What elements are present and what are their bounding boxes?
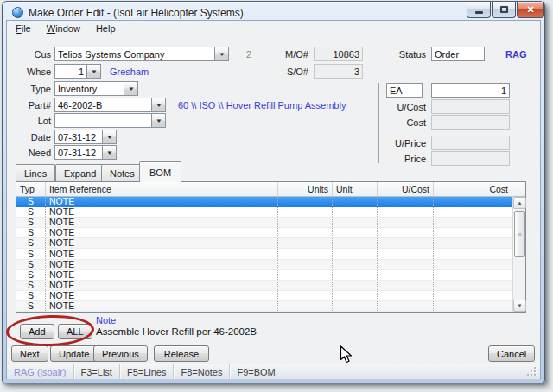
cost-field [431,115,510,130]
chevron-down-icon: ▼ [90,69,97,74]
scroll-down-button[interactable]: ▼ [513,300,526,312]
column-header-ucost[interactable]: U/Cost [377,182,433,196]
need-input[interactable] [54,145,103,160]
table-row[interactable]: S NOTE [16,207,512,218]
status-input[interactable] [431,47,485,61]
type-label: Type [8,84,51,94]
part-dropdown-button[interactable]: ▼ [151,98,166,112]
tab-notes[interactable]: Notes [101,164,143,182]
section-divider [378,83,379,163]
menu-help[interactable]: Help [88,22,124,38]
whse-input[interactable] [54,64,87,79]
cus-label: Cus [8,49,51,60]
note-title: Note [96,315,116,326]
whse-label: Whse [8,66,51,77]
statusbar-rag: RAG (isoair) [7,364,74,379]
column-header-cost[interactable]: Cost [433,182,525,196]
mouse-cursor [340,345,353,364]
so-label: S/O# [265,66,308,77]
window-title: Make Order Edit - (IsoLair Helicopter Sy… [29,7,244,19]
statusbar-f5-lines: F5=Lines [120,364,175,379]
cus-input[interactable] [54,47,215,61]
type-dropdown-button[interactable]: ▼ [124,81,138,96]
tab-lines[interactable]: Lines [16,164,55,182]
statusbar-f9-bom: F9=BOM [230,364,282,379]
date-input[interactable] [54,130,103,144]
bom-grid: Typ Item Reference Units Unit U/Cost Cos… [16,181,526,313]
column-header-item[interactable]: Item Reference [45,182,277,196]
lot-label: Lot [8,116,51,126]
whse-name: Gresham [110,66,149,77]
lot-input[interactable] [54,113,152,128]
table-row[interactable]: S NOTE [16,218,512,228]
table-row[interactable]: S NOTE [16,260,512,270]
close-button[interactable]: ✕ [517,2,544,18]
app-window: Make Order Edit - (IsoLair Helicopter Sy… [2,1,545,383]
table-row[interactable]: S NOTE [16,281,512,291]
need-dropdown-button[interactable]: ▼ [102,145,117,160]
status-label: Status [379,49,426,60]
previous-button[interactable]: Previous [93,345,148,362]
scroll-up-button[interactable]: ▲ [513,197,526,209]
statusbar-f8-notes: F8=Notes [174,364,230,379]
menu-window[interactable]: Window [39,22,88,38]
lot-dropdown-button[interactable]: ▼ [151,113,166,128]
tab-expand[interactable]: Expand [55,164,105,182]
minimize-button[interactable] [467,2,491,18]
maximize-button[interactable] [492,2,516,18]
table-row[interactable]: S NOTE [16,238,512,249]
chevron-down-icon: ▼ [155,103,162,108]
uom-input[interactable] [386,83,423,98]
uprice-label: U/Price [381,138,426,149]
cus-dropdown-button[interactable]: ▼ [214,47,229,61]
close-icon: ✕ [526,4,534,16]
column-header-typ[interactable]: Typ [16,182,45,196]
maximize-icon [500,6,508,13]
release-button[interactable]: Release [154,345,209,362]
tab-bom[interactable]: BOM [139,161,181,182]
status-bar: RAG (isoair) F3=List F5=Lines F8=Notes F… [7,364,540,379]
mo-label: M/O# [265,49,308,60]
column-header-unit[interactable]: Unit [332,182,377,196]
part-input[interactable] [54,98,152,112]
type-input[interactable] [54,81,124,96]
note-text: Assemble Hover Refill per 46-2002B [96,326,257,337]
table-row[interactable]: S NOTE [16,291,512,301]
resize-grip[interactable] [527,367,536,376]
title-bar[interactable]: Make Order Edit - (IsoLair Helicopter Sy… [3,3,543,20]
table-row[interactable]: S NOTE [16,270,512,281]
whse-dropdown-button[interactable]: ▼ [86,64,101,79]
update-button[interactable]: Update [50,345,98,362]
desktop-background: Make Order Edit - (IsoLair Helicopter Sy… [0,0,553,392]
table-row[interactable]: S NOTE [16,301,512,312]
part-label: Part# [8,100,51,111]
menu-file[interactable]: File [8,22,39,38]
mo-field [314,47,363,61]
table-row[interactable]: S NOTE [16,249,512,259]
need-label: Need [8,148,51,158]
cost-label: Cost [381,117,426,128]
chevron-down-icon: ▼ [105,150,112,155]
vertical-scrollbar[interactable]: ▲ ≡ ▼ [512,197,525,312]
statusbar-f3-list: F3=List [74,364,120,379]
cancel-button[interactable]: Cancel [488,345,535,362]
scroll-down-icon: ▼ [518,303,523,308]
rag-badge: RAG [505,49,526,60]
minimize-icon [475,11,483,14]
date-label: Date [8,132,51,142]
part-description: 60 \\ ISO \\ Hover Refill Pump Assembly [178,100,346,111]
grid-header: Typ Item Reference Units Unit U/Cost Cos… [16,182,525,197]
column-header-units[interactable]: Units [277,182,332,196]
chevron-down-icon: ▼ [105,135,112,140]
scroll-up-icon: ▲ [518,200,523,205]
qty-input[interactable] [431,83,510,98]
table-row[interactable]: S NOTE [16,197,512,207]
chevron-down-icon: ▼ [127,86,134,92]
menu-bar: File Window Help [8,22,124,38]
chevron-down-icon: ▼ [155,118,162,123]
ucost-label: U/Cost [381,102,426,112]
next-button[interactable]: Next [11,345,48,362]
date-dropdown-button[interactable]: ▼ [102,130,117,144]
table-row[interactable]: S NOTE [16,228,512,238]
scrollbar-thumb[interactable]: ≡ [514,211,525,257]
